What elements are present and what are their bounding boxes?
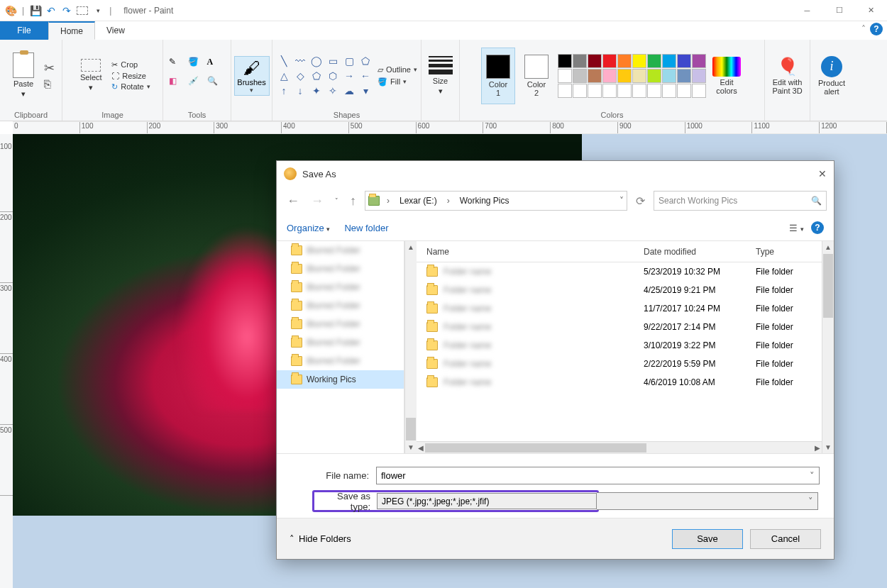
qat-customize-icon[interactable]: ▾	[92, 4, 104, 17]
color-swatch[interactable]	[558, 54, 572, 68]
color-swatch[interactable]	[662, 69, 676, 83]
list-item[interactable]: Folder name9/22/2017 2:14 PMFile folder	[417, 318, 822, 336]
color-swatch[interactable]	[692, 69, 706, 83]
address-bar[interactable]: › Lexar (E:) › Working Pics ˅	[365, 191, 627, 211]
cut-icon[interactable]: ✂	[44, 60, 55, 76]
color-swatch[interactable]	[617, 54, 632, 68]
select-button[interactable]: Select ▾	[75, 48, 107, 104]
dialog-close-icon[interactable]: ✕	[818, 168, 827, 179]
list-scrollbar[interactable]: ▲▼	[822, 241, 834, 453]
color-swatch[interactable]	[692, 84, 706, 98]
quick-access-toolbar: 🎨 | 💾 ↶ ↷ ▾ |	[0, 4, 118, 17]
color-swatch[interactable]	[662, 54, 676, 68]
save-button[interactable]: Save	[672, 529, 743, 549]
forward-icon[interactable]: →	[308, 192, 326, 210]
color-swatch[interactable]	[558, 84, 572, 98]
list-item[interactable]: Folder name2/22/2019 5:59 PMFile folder	[417, 355, 822, 373]
rotate-button[interactable]: ↻Rotate ▾	[111, 82, 150, 91]
recent-locations-icon[interactable]: ˅	[332, 196, 341, 206]
shapes-gallery[interactable]: ╲〰◯▭▢⬠ △◇⬠⬡→← ↑↓✦✧☁▾	[276, 54, 373, 98]
list-item[interactable]: Folder name3/10/2019 3:22 PMFile folder	[417, 336, 822, 355]
copy-icon[interactable]: ⎘	[44, 78, 55, 91]
color-swatch[interactable]	[573, 84, 587, 98]
list-hscrollbar[interactable]: ◀▶	[417, 441, 822, 453]
size-button[interactable]: Size ▾	[424, 48, 457, 104]
bucket-icon[interactable]: 🪣	[188, 57, 206, 75]
up-icon[interactable]: ↑	[347, 192, 359, 210]
new-folder-button[interactable]: New folder	[344, 223, 388, 233]
file-name-input[interactable]: flower ˅	[376, 467, 820, 484]
eraser-icon[interactable]: ◧	[169, 76, 187, 94]
color-swatch[interactable]	[588, 69, 602, 83]
color-swatch[interactable]	[588, 54, 602, 68]
color1-button[interactable]: Color 1	[481, 48, 515, 104]
tab-home[interactable]: Home	[48, 21, 95, 40]
color-swatch[interactable]	[677, 54, 691, 68]
organize-button[interactable]: Organize ▾	[287, 223, 330, 233]
save-icon[interactable]: 💾	[29, 4, 42, 17]
list-item[interactable]: Folder name4/25/2019 9:21 PMFile folder	[417, 281, 822, 299]
close-button[interactable]: ✕	[855, 0, 887, 21]
paint3d-button[interactable]: 🎈 Edit with Paint 3D	[771, 48, 804, 104]
picker-icon[interactable]: 💉	[188, 76, 206, 94]
color-swatch[interactable]	[677, 84, 691, 98]
crop-button[interactable]: ✂Crop	[111, 60, 150, 70]
save-as-type-select[interactable]: JPEG (*.jpg;*.jpeg;*.jpe;*.jfif)	[377, 493, 597, 509]
color-swatch[interactable]	[647, 84, 661, 98]
minimize-button[interactable]: ─	[791, 0, 823, 21]
tree-item-selected[interactable]: Working Pics	[277, 370, 404, 389]
fill-button[interactable]: 🪣Fill ▾	[378, 77, 417, 87]
list-item[interactable]: Folder name4/6/2019 10:08 AMFile folder	[417, 373, 822, 392]
outline-button[interactable]: ▱Outline ▾	[378, 65, 417, 74]
color-swatch[interactable]	[602, 54, 617, 68]
pencil-icon[interactable]: ✎	[169, 57, 187, 75]
redo-icon[interactable]: ↷	[60, 4, 73, 17]
list-header[interactable]: Name Date modified Type	[417, 241, 822, 262]
color-swatch[interactable]	[617, 69, 632, 83]
zoom-icon[interactable]: 🔍	[207, 76, 226, 94]
color-swatch[interactable]	[558, 69, 572, 83]
color-swatch[interactable]	[632, 84, 646, 98]
resize-button[interactable]: ⛶Resize	[111, 72, 150, 80]
folder-tree[interactable]: Blurred FolderBlurred FolderBlurred Fold…	[277, 241, 404, 453]
view-button[interactable]: ☰ ▾	[789, 223, 804, 233]
maximize-button[interactable]: ☐	[823, 0, 855, 21]
tab-view[interactable]: View	[95, 21, 136, 40]
color-swatch[interactable]	[573, 54, 587, 68]
tree-scrollbar[interactable]: ▲▼	[404, 241, 417, 453]
color-swatch[interactable]	[573, 69, 587, 83]
back-icon[interactable]: ←	[284, 192, 302, 210]
color2-button[interactable]: Color 2	[519, 48, 553, 104]
color-swatch[interactable]	[588, 84, 602, 98]
color-swatch[interactable]	[662, 84, 676, 98]
collapse-ribbon-icon[interactable]: ˄	[861, 24, 866, 34]
color-swatch[interactable]	[617, 84, 632, 98]
list-item[interactable]: Folder name5/23/2019 10:32 PMFile folder	[417, 262, 822, 281]
product-alert-button[interactable]: i Product alert	[815, 48, 848, 104]
brushes-button[interactable]: 🖌 Brushes ▾	[234, 56, 270, 96]
text-icon[interactable]: A	[207, 57, 226, 75]
dialog-help-icon[interactable]: ?	[811, 221, 824, 234]
search-input[interactable]: Search Working Pics 🔍	[654, 191, 827, 211]
qat-selection-icon[interactable]	[76, 4, 89, 17]
color-swatch[interactable]	[632, 54, 646, 68]
color-swatch[interactable]	[632, 69, 646, 83]
paste-button[interactable]: Paste ▾	[7, 48, 40, 104]
color-swatch[interactable]	[692, 54, 706, 68]
color-swatch[interactable]	[677, 69, 691, 83]
rainbow-icon	[712, 57, 741, 77]
tab-file[interactable]: File	[0, 21, 48, 40]
color-swatch[interactable]	[602, 69, 617, 83]
hide-folders-button[interactable]: ˄ Hide Folders	[290, 533, 351, 544]
save-as-type-extra[interactable]: ˅	[597, 492, 818, 510]
color-swatch[interactable]	[647, 54, 661, 68]
list-item[interactable]: Folder name11/7/2017 10:24 PMFile folder	[417, 299, 822, 318]
color-swatch[interactable]	[647, 69, 661, 83]
edit-colors-button[interactable]: Edit colors	[710, 48, 743, 104]
undo-icon[interactable]: ↶	[45, 4, 57, 17]
help-icon[interactable]: ?	[870, 23, 883, 35]
chevron-down-icon[interactable]: ˅	[810, 470, 815, 481]
cancel-button[interactable]: Cancel	[750, 529, 821, 549]
color-swatch[interactable]	[602, 84, 617, 98]
refresh-icon[interactable]: ⟳	[633, 193, 648, 209]
